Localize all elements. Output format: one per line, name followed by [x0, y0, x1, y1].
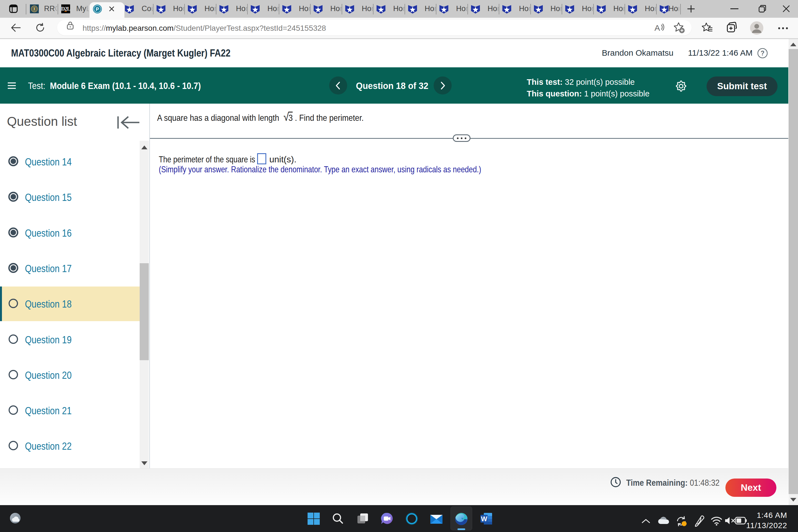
svg-text:A: A [654, 23, 660, 33]
svg-text:?: ? [761, 50, 764, 57]
svg-text:P: P [96, 7, 99, 12]
svg-text:D2L: D2L [61, 6, 70, 12]
svg-text:W: W [481, 515, 488, 522]
